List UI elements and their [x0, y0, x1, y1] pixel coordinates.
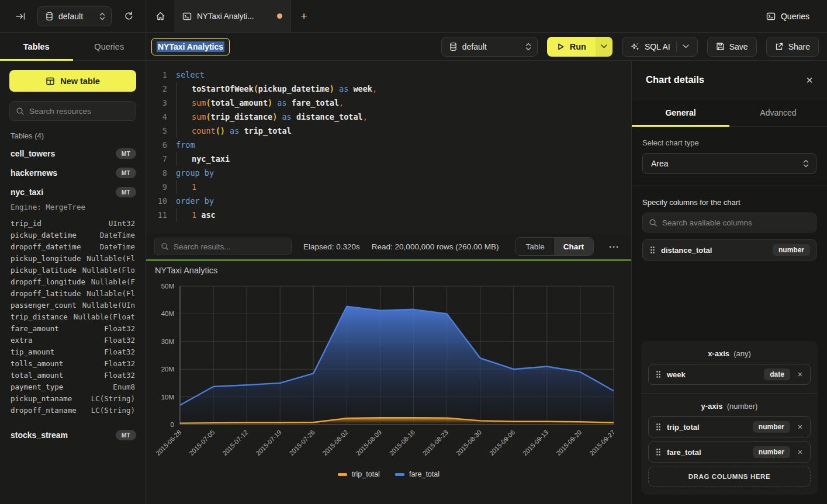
tab-nytaxi-analytics[interactable]: NYTaxi Analyti... — [174, 0, 291, 32]
share-button[interactable]: Share — [766, 37, 819, 57]
sql-line[interactable]: 4sum(trip_distance) as distance_total, — [152, 110, 631, 124]
table-row-cell-towers[interactable]: cell_towers MT — [0, 144, 146, 163]
table-row-hackernews[interactable]: hackernews MT — [0, 163, 146, 182]
remove-icon[interactable]: × — [796, 370, 804, 379]
table-row-nyc-taxi[interactable]: nyc_taxi MT — [0, 182, 146, 201]
run-database-selector[interactable]: default — [441, 37, 538, 57]
drop-zone[interactable]: DRAG COLUMNS HERE — [648, 467, 811, 486]
sql-line[interactable]: 2toStartOfWeek(pickup_datetime) as week, — [152, 82, 631, 96]
column-row[interactable]: tolls_amountFloat32 — [0, 357, 146, 369]
y-axis-header: y-axis (number) — [648, 402, 811, 411]
sql-line[interactable]: 111 asc — [152, 208, 631, 222]
sql-line[interactable]: 1select — [152, 68, 631, 82]
legend-label: fare_total — [409, 470, 440, 478]
sidebar-search-input[interactable] — [29, 107, 130, 116]
query-title-input[interactable]: NYTaxi Analytics — [151, 38, 230, 55]
engine-badge: MT — [116, 430, 136, 440]
more-options-button[interactable]: ··· — [605, 239, 623, 254]
sql-line[interactable]: 91 — [152, 180, 631, 194]
run-button-main[interactable]: Run — [547, 37, 596, 57]
column-type: Nullable(Flo — [82, 266, 135, 274]
tab-label: NYTaxi Analyti... — [197, 12, 254, 20]
column-row[interactable]: pickup_longitudeNullable(Fl — [0, 252, 146, 264]
columns-search-input[interactable] — [662, 218, 810, 227]
x-axis-header: x-axis (any) — [648, 349, 811, 358]
column-row[interactable]: total_amountFloat32 — [0, 369, 146, 381]
sql-line[interactable]: 5count() as trip_total — [152, 124, 631, 138]
column-name: total_amount — [11, 371, 63, 380]
collapse-sidebar-button[interactable] — [12, 8, 29, 25]
sql-ai-caret[interactable] — [676, 41, 689, 53]
columns-search[interactable] — [642, 213, 816, 232]
sql-code: sum(total_amount) as fare_total, — [176, 96, 344, 110]
refresh-button[interactable] — [120, 8, 137, 25]
column-row[interactable]: trip_distanceNullable(Float — [0, 311, 146, 322]
database-selector[interactable]: default — [37, 6, 112, 26]
sql-line[interactable]: 8group by — [152, 166, 631, 180]
y-axis-column-trip-total[interactable]: trip_total number × — [648, 416, 811, 437]
remove-icon[interactable]: × — [796, 422, 804, 432]
panel-tab-advanced[interactable]: Advanced — [729, 99, 827, 126]
legend-item-trip_total[interactable]: trip_total — [338, 470, 380, 478]
results-search-input[interactable] — [174, 242, 285, 251]
unsaved-dot — [277, 13, 282, 19]
chevron-down-icon — [683, 44, 689, 48]
column-row[interactable]: dropoff_latitudeNullable(Fl — [0, 287, 146, 299]
results-search[interactable] — [154, 238, 292, 255]
sidebar-tab-tables[interactable]: Tables — [0, 33, 73, 60]
available-column-distance-total[interactable]: distance_total number — [642, 239, 816, 260]
close-icon[interactable]: × — [806, 74, 813, 86]
sql-ai-button[interactable]: SQL AI — [622, 37, 698, 57]
share-icon — [775, 42, 784, 51]
sidebar-tab-queries[interactable]: Queries — [73, 33, 146, 60]
column-list: trip_idUInt32pickup_datetimeDateTimedrop… — [0, 216, 146, 419]
column-name: dropoff_latitude — [11, 289, 81, 298]
save-button[interactable]: Save — [707, 37, 757, 57]
column-row[interactable]: dropoff_ntanameLC(String) — [0, 404, 146, 416]
column-row[interactable]: fare_amountFloat32 — [0, 322, 146, 334]
column-name: passenger_count — [11, 301, 77, 310]
sql-line[interactable]: 6from — [152, 138, 631, 152]
column-row[interactable]: tip_amountFloat32 — [0, 346, 146, 357]
y-axis-column-fare-total[interactable]: fare_total number × — [648, 442, 811, 463]
legend-label: trip_total — [352, 470, 380, 478]
column-chip-name: trip_total — [667, 423, 700, 432]
new-tab-button[interactable]: + — [291, 0, 317, 32]
search-icon — [649, 218, 658, 227]
column-row[interactable]: pickup_latitudeNullable(Flo — [0, 264, 146, 276]
sql-line[interactable]: 7nyc_taxi — [152, 152, 631, 166]
table-row-stocks-stream[interactable]: stocks_stream MT — [0, 425, 146, 444]
sql-line[interactable]: 3sum(total_amount) as fare_total, — [152, 96, 631, 110]
sql-editor[interactable]: 1select2toStartOfWeek(pickup_datetime) a… — [146, 61, 631, 234]
column-row[interactable]: extraFloat32 — [0, 334, 146, 346]
home-button[interactable] — [146, 0, 174, 32]
column-row[interactable]: pickup_ntanameLC(String) — [0, 392, 146, 404]
run-button[interactable]: Run — [547, 37, 613, 57]
svg-text:2015-08-02: 2015-08-02 — [321, 429, 350, 457]
x-axis-section: x-axis (any) week date × — [641, 341, 818, 393]
svg-text:2015-06-28: 2015-06-28 — [154, 429, 182, 457]
svg-text:2015-09-20: 2015-09-20 — [555, 429, 583, 457]
panel-tab-general[interactable]: General — [632, 99, 729, 126]
chart-type-select[interactable]: Area — [642, 153, 816, 174]
column-name: tolls_amount — [11, 359, 63, 368]
remove-icon[interactable]: × — [796, 447, 804, 457]
save-button-label: Save — [729, 42, 748, 51]
x-axis-column-week[interactable]: week date × — [648, 364, 811, 385]
legend-item-fare_total[interactable]: fare_total — [395, 470, 440, 478]
queries-button[interactable]: Queries — [762, 8, 814, 25]
new-table-button[interactable]: New table — [9, 70, 136, 92]
column-row[interactable]: trip_idUInt32 — [0, 217, 146, 229]
view-toggle-table[interactable]: Table — [516, 238, 553, 255]
column-row[interactable]: passenger_countNullable(UIn — [0, 299, 146, 311]
column-row[interactable]: dropoff_longitudeNullable(F — [0, 276, 146, 287]
sidebar-search[interactable] — [9, 101, 136, 121]
view-toggle-chart[interactable]: Chart — [554, 238, 593, 255]
sql-line[interactable]: 10order by — [152, 194, 631, 208]
column-row[interactable]: dropoff_datetimeDateTime — [0, 241, 146, 252]
engine-badge: MT — [116, 187, 136, 197]
column-row[interactable]: payment_typeEnum8 — [0, 381, 146, 392]
svg-text:30M: 30M — [161, 338, 174, 345]
run-options-caret[interactable] — [596, 37, 613, 57]
column-row[interactable]: pickup_datetimeDateTime — [0, 229, 146, 241]
